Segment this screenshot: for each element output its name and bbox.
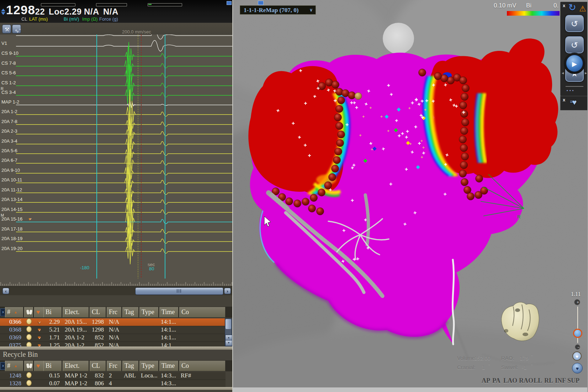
column-header-frc[interactable]: Frc	[107, 361, 122, 371]
more-options-icon[interactable]: ▪▪▪	[567, 88, 575, 92]
heart-column-icon[interactable]: ♥	[34, 361, 44, 371]
channel-label[interactable]: 20A 13-14	[1, 197, 22, 202]
column-header-time[interactable]: Time	[159, 361, 179, 371]
warning-icon[interactable]: ⚠	[579, 4, 586, 14]
table-header: ›#▲♥BiElect.CLFrcTagTypeTimeCo	[0, 360, 232, 371]
table-scrollbar[interactable]: ▲▼	[225, 318, 232, 346]
channel-label[interactable]: 20A 18-19	[1, 236, 22, 241]
channel-label[interactable]: 20A 11-12	[1, 187, 22, 192]
orientation-button-ap[interactable]: AP	[482, 377, 490, 385]
orientation-button-sup[interactable]: SUP	[567, 377, 579, 385]
egm-trace-viewport[interactable]: V1CS 9-10CS 7-8CS 5-6CS 1-2RCS 3-4MAP 1-…	[0, 35, 232, 286]
column-header-co[interactable]: Co	[179, 361, 226, 371]
catheter-tip-sphere	[355, 92, 362, 100]
cell-elect: 20A 19...	[63, 326, 89, 334]
close-icon[interactable]: x	[563, 3, 565, 8]
column-header-tag[interactable]: Tag	[122, 307, 139, 317]
lesion-sphere	[332, 81, 339, 89]
trace-tools-button[interactable]: ⚒	[2, 25, 11, 33]
channel-label[interactable]: CS 3-4	[1, 90, 16, 95]
channel-label[interactable]: 20A 9-10	[1, 168, 20, 173]
bottom-window-strip	[233, 387, 588, 392]
zoom-out-button[interactable]: −	[575, 344, 580, 350]
map-selector-dropdown[interactable]: 1-1-1-ReMap (707, 0) ∨	[240, 5, 316, 15]
orientation-button-inf[interactable]: INF	[555, 377, 566, 385]
column-header-num[interactable]: #▲	[5, 361, 23, 371]
winged-heart-icon[interactable]: ≡♥	[570, 98, 577, 107]
scroll-right-button[interactable]: ›	[224, 288, 231, 294]
scrollbar-thumb[interactable]	[135, 287, 223, 295]
plus-icon: +	[19, 28, 21, 31]
column-header-cl[interactable]: CL	[90, 361, 106, 371]
table-row[interactable]: 13280.07MAP 1-2806414:3...	[0, 380, 226, 387]
play-button[interactable]: ▶	[566, 55, 583, 72]
lungs-column-icon[interactable]	[24, 361, 33, 371]
voltage-color-scale[interactable]	[507, 11, 560, 16]
map-3d-viewport[interactable]: R 1-1-1-ReMap (707, 0) ∨ 0.10 mV Bi 0. x…	[232, 0, 588, 392]
zoom-in-button[interactable]: +	[574, 299, 580, 305]
cranial-value: 1	[482, 364, 485, 370]
restore-snapshot-button[interactable]: ↺	[565, 15, 584, 32]
heart-column-icon[interactable]: ♥	[34, 307, 44, 317]
cell-co	[179, 342, 226, 346]
center-heart-button[interactable]: ♥	[572, 351, 582, 361]
cycle-updown-icon[interactable]	[1, 8, 6, 16]
channel-label[interactable]: 20A 15-16	[1, 216, 22, 222]
table-row[interactable]: 0375♥✓1.2520A 1-2852N/A14:1...	[0, 342, 226, 346]
prev-view-icon[interactable]: ◂	[562, 70, 564, 75]
channel-label[interactable]: V1	[1, 41, 7, 46]
table-row[interactable]: 0368♥✓5.2120A 19...1298N/A14:1...	[0, 326, 226, 334]
scroll-down-button[interactable]: ▼	[225, 340, 232, 346]
next-view-icon[interactable]: ▸	[585, 70, 587, 75]
column-header-type[interactable]: Type	[139, 361, 159, 371]
column-header-elect[interactable]: Elect.	[63, 307, 89, 317]
table-row[interactable]: 0369♥✓1.7120A 1-2852N/A14:1...	[0, 334, 226, 342]
channel-label[interactable]: 20A 1-2	[1, 109, 17, 114]
channel-label[interactable]: CS 5-6	[1, 70, 16, 75]
column-header-bi[interactable]: Bi	[43, 361, 62, 371]
column-header-elect[interactable]: Elect.	[63, 361, 89, 371]
orientation-button-ll[interactable]: LL	[534, 377, 542, 385]
restore-map-button[interactable]: ↺	[565, 36, 584, 53]
channel-label[interactable]: 20A 19-20	[1, 246, 22, 251]
channel-label[interactable]: MAP 1-2	[1, 99, 19, 105]
channel-label[interactable]: 20A 7-8	[1, 119, 17, 124]
column-header-co[interactable]: Co	[179, 307, 226, 317]
channel-label[interactable]: 20A 14-15	[1, 207, 22, 212]
column-header-tag[interactable]: Tag	[122, 361, 139, 371]
channel-label[interactable]: CS 1-2	[1, 80, 16, 85]
orientation-button-lao[interactable]: LAO	[503, 377, 517, 385]
table-row[interactable]: 0366♥✓2.2920A 15...1298N/A14:1...	[0, 318, 226, 326]
channel-label[interactable]: 20A 17-18	[1, 226, 22, 232]
channel-label[interactable]: 20A 10-11	[1, 177, 22, 182]
column-header-time[interactable]: Time	[159, 307, 179, 317]
orientation-button-rl[interactable]: RL	[544, 377, 553, 385]
add-signal-button[interactable]: ∿+	[12, 25, 21, 33]
column-header-num[interactable]: #▲	[5, 307, 23, 317]
lesion-sphere	[336, 122, 343, 130]
column-header-type[interactable]: Type	[139, 307, 159, 317]
channel-label[interactable]: 20A 2-3	[1, 128, 17, 134]
respiration-dot-icon	[26, 318, 32, 324]
lesion-sphere	[476, 175, 483, 182]
lungs-column-icon[interactable]	[24, 307, 33, 317]
table-scrollbar-thumb[interactable]	[226, 319, 231, 329]
scroll-left-button[interactable]: ‹	[2, 288, 9, 294]
lesion-sphere	[461, 110, 468, 118]
channel-label[interactable]: CS 7-8	[1, 60, 16, 66]
zoom-slider-thumb[interactable]	[573, 329, 582, 338]
column-header-cl[interactable]: CL	[90, 307, 106, 317]
channel-label[interactable]: 20A 5-6	[1, 148, 17, 153]
heart-history-button[interactable]: ♥	[572, 363, 583, 374]
orientation-button-rao[interactable]: RAO	[519, 377, 533, 385]
column-header-frc[interactable]: Frc	[107, 307, 122, 317]
channel-label[interactable]: 20A 6-7	[1, 158, 17, 163]
channel-label[interactable]: CS 9-10	[1, 51, 18, 56]
channel-label[interactable]: 20A 3-4	[1, 138, 17, 144]
orientation-button-pa[interactable]: PA	[492, 377, 500, 385]
table-row[interactable]: 12480.15MAP 1-28322ABLLoca...14:3...RF#	[0, 372, 226, 380]
column-header-bi[interactable]: Bi	[43, 307, 62, 317]
close-icon[interactable]: x	[563, 97, 565, 102]
heart-icon: ♥	[36, 309, 40, 316]
sync-rotate-icon[interactable]: ↻	[568, 2, 576, 13]
